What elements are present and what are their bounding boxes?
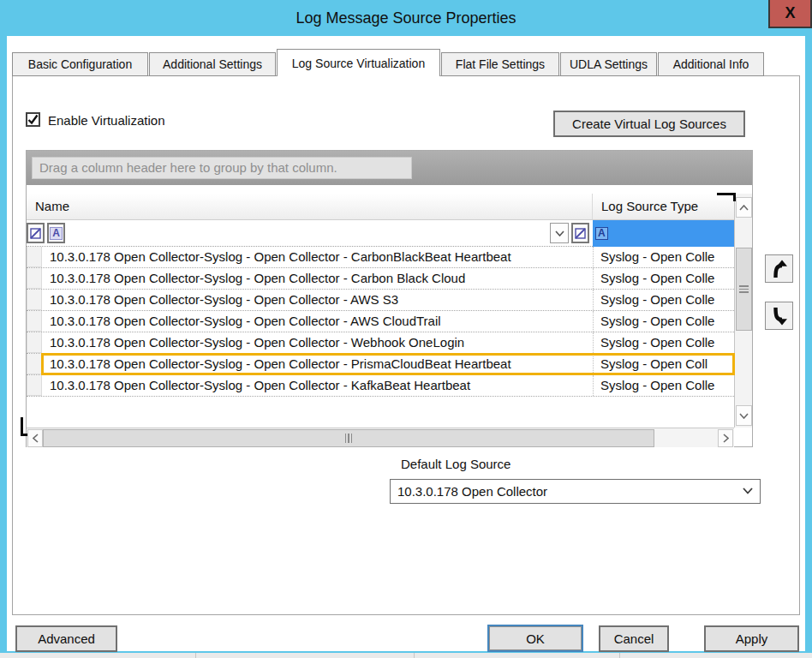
table-row[interactable]: 10.3.0.178 Open Collector-Syslog - Open … [27, 290, 734, 311]
row-indicator-cell[interactable] [27, 332, 42, 353]
advanced-button[interactable]: Advanced [15, 625, 117, 652]
create-virtual-log-sources-button[interactable]: Create Virtual Log Sources [553, 111, 745, 137]
default-log-source-value: 10.3.0.178 Open Collector [397, 484, 547, 499]
tab-additional-info[interactable]: Additional Info [658, 52, 764, 76]
tab-flat-file-settings[interactable]: Flat File Settings [441, 52, 559, 76]
dialog-window: Log Message Source Properties X Basic Co… [0, 0, 812, 658]
close-button[interactable]: X [768, 0, 812, 28]
scroll-up-button[interactable] [736, 197, 752, 218]
scroll-right-button[interactable] [718, 429, 733, 447]
table-row[interactable]: 10.3.0.178 Open Collector-Syslog - Open … [27, 354, 734, 375]
chevron-right-icon [723, 434, 729, 443]
default-log-source-label: Default Log Source [401, 457, 510, 471]
column-header-log-source-type[interactable]: Log Source Type [593, 194, 734, 220]
grid-corner-mark-bottom [21, 417, 27, 436]
table-row[interactable]: 10.3.0.178 Open Collector-Syslog - Open … [27, 375, 734, 397]
curved-arrow-down-icon [770, 307, 789, 326]
type-filter-input-selected[interactable]: A [593, 220, 734, 247]
type-clear-filter-button[interactable] [571, 223, 589, 243]
chevron-down-icon [743, 488, 753, 494]
row-indicator-cell[interactable] [27, 290, 42, 310]
move-row-up-button[interactable] [765, 254, 793, 283]
cell-name[interactable]: 10.3.0.178 Open Collector-Syslog - Open … [42, 311, 593, 332]
row-indicator-cell[interactable] [27, 354, 42, 374]
chevron-down-icon [739, 413, 749, 419]
group-by-bar[interactable]: Drag a column header here to group by th… [27, 151, 752, 185]
row-indicator-cell[interactable] [27, 311, 42, 332]
table-row[interactable]: 10.3.0.178 Open Collector-Syslog - Open … [27, 311, 734, 332]
cell-log-source-type[interactable]: Syslog - Open Colle [593, 375, 734, 396]
grid-rows: 10.3.0.178 Open Collector-Syslog - Open … [27, 247, 734, 397]
name-filter-input[interactable] [68, 220, 547, 246]
cell-name[interactable]: 10.3.0.178 Open Collector-Syslog - Open … [42, 268, 593, 289]
row-indicator-cell[interactable] [27, 247, 42, 267]
ok-button[interactable]: OK [487, 625, 583, 652]
letter-a-filter-icon: A [50, 227, 63, 240]
cell-name[interactable]: 10.3.0.178 Open Collector-Syslog - Open … [42, 247, 593, 267]
move-row-down-button[interactable] [765, 302, 793, 330]
window-title: Log Message Source Properties [0, 9, 812, 27]
clear-filter-button[interactable] [27, 223, 45, 243]
row-indicator-cell[interactable] [27, 375, 42, 396]
x-icon: X [785, 4, 795, 22]
cancel-button[interactable]: Cancel [599, 625, 669, 652]
cell-log-source-type[interactable]: Syslog - Open Coll [593, 354, 734, 374]
vertical-scrollbar[interactable] [734, 194, 752, 428]
cell-name[interactable]: 10.3.0.178 Open Collector-Syslog - Open … [42, 332, 593, 353]
cell-name[interactable]: 10.3.0.178 Open Collector-Syslog - Open … [42, 290, 593, 310]
table-row[interactable]: 10.3.0.178 Open Collector-Syslog - Open … [27, 332, 734, 354]
titlebar[interactable]: Log Message Source Properties X [0, 0, 812, 36]
chevron-down-icon [555, 230, 564, 236]
tab-log-source-virtualization[interactable]: Log Source Virtualization [277, 49, 440, 76]
chevron-left-icon [33, 434, 39, 443]
group-by-hint: Drag a column header here to group by th… [32, 157, 412, 179]
horizontal-scrollbar-thumb[interactable] [43, 429, 654, 447]
scroll-down-button[interactable] [736, 405, 752, 426]
letter-a-filter-icon: A [595, 227, 608, 240]
tab-udla-settings[interactable]: UDLA Settings [560, 52, 657, 76]
horizontal-scrollbar[interactable] [27, 428, 734, 447]
row-indicator-cell[interactable] [27, 268, 42, 289]
column-header-name[interactable]: Name [27, 194, 593, 220]
curved-arrow-up-icon [770, 260, 789, 278]
default-log-source-select[interactable]: 10.3.0.178 Open Collector [390, 479, 761, 504]
check-icon [27, 114, 39, 125]
enable-virtualization-checkbox[interactable] [26, 112, 40, 127]
grid-corner-mark [717, 193, 736, 201]
cell-log-source-type[interactable]: Syslog - Open Colle [593, 332, 734, 353]
apply-button[interactable]: Apply [704, 625, 799, 652]
name-filter-row: A [27, 220, 593, 247]
table-row[interactable]: 10.3.0.178 Open Collector-Syslog - Open … [27, 268, 734, 290]
slashed-box-filter-icon [30, 228, 41, 239]
enable-virtualization-label: Enable Virtualization [48, 113, 164, 128]
table-row[interactable]: 10.3.0.178 Open Collector-Syslog - Open … [27, 247, 734, 268]
chevron-up-icon [739, 205, 749, 211]
name-filter-dropdown-button[interactable] [550, 223, 569, 243]
text-filter-mode-button[interactable]: A [47, 223, 65, 243]
cell-log-source-type[interactable]: Syslog - Open Colle [593, 247, 734, 267]
desktop-strip [0, 653, 812, 658]
slashed-box-filter-icon [575, 228, 586, 239]
tab-additional-settings[interactable]: Additional Settings [149, 52, 276, 76]
virtual-log-sources-grid: Drag a column header here to group by th… [26, 150, 753, 447]
cell-log-source-type[interactable]: Syslog - Open Colle [593, 268, 734, 289]
vertical-scrollbar-thumb[interactable] [736, 248, 752, 331]
scroll-left-button[interactable] [27, 429, 43, 447]
cell-name[interactable]: 10.3.0.178 Open Collector-Syslog - Open … [42, 354, 593, 374]
cell-log-source-type[interactable]: Syslog - Open Colle [593, 290, 734, 310]
cell-name[interactable]: 10.3.0.178 Open Collector-Syslog - Open … [42, 375, 593, 396]
cell-log-source-type[interactable]: Syslog - Open Colle [593, 311, 734, 332]
tab-basic-configuration[interactable]: Basic Configuration [12, 52, 148, 76]
